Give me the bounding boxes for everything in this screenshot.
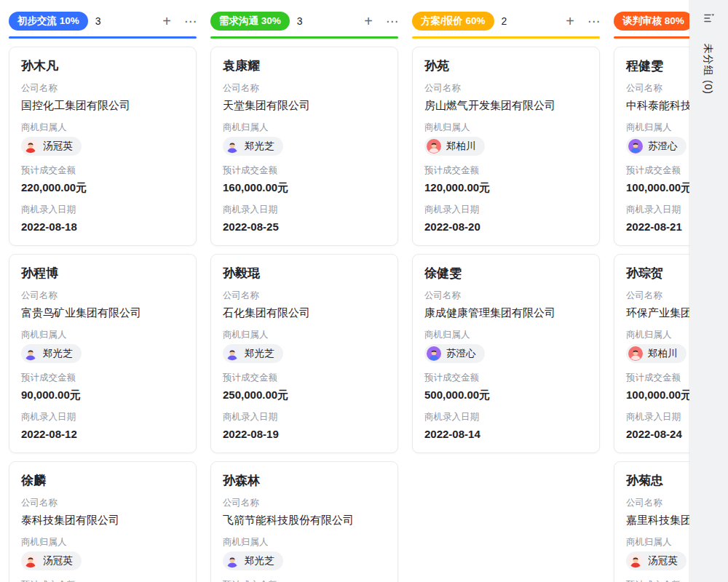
owner-pill[interactable]: 汤冠英 bbox=[626, 551, 687, 570]
owner-pill[interactable]: 郑光芝 bbox=[223, 551, 283, 570]
owner-pill[interactable]: 郑光芝 bbox=[21, 344, 82, 363]
kanban-column: 方案/报价 60% 2 + ⋯ 孙苑 公司名称 房山燃气开发集团有限公司 商机归… bbox=[412, 0, 600, 582]
date-field: 商机录入日期 2022-08-25 bbox=[223, 204, 386, 234]
amount-value: 120,000.00元 bbox=[424, 180, 587, 195]
date-field: 商机录入日期 2022-08-18 bbox=[21, 204, 184, 234]
column-count: 3 bbox=[297, 15, 303, 27]
avatar bbox=[427, 346, 441, 361]
column-more-button[interactable]: ⋯ bbox=[184, 15, 197, 28]
company-field-label: 公司名称 bbox=[21, 82, 184, 95]
owner-field-label: 商机归属人 bbox=[223, 329, 386, 341]
company-field: 公司名称 泰科技集团有限公司 bbox=[21, 497, 184, 527]
avatar bbox=[23, 139, 38, 154]
opportunity-card[interactable]: 孙木凡 公司名称 国控化工集团有限公司 商机归属人 汤冠英 预计成交金额 220… bbox=[9, 47, 197, 246]
add-card-button[interactable]: + bbox=[162, 14, 171, 28]
company-name: 飞箭节能科技股份有限公司 bbox=[223, 512, 386, 527]
owner-field: 商机归属人 郑光芝 bbox=[21, 329, 184, 372]
opportunity-card[interactable]: 徐健雯 公司名称 康成健康管理集团有限公司 商机归属人 苏澄心 预计成交金额 5… bbox=[412, 254, 600, 453]
company-name: 天堂集团有限公司 bbox=[223, 97, 386, 113]
owner-pill[interactable]: 汤冠英 bbox=[21, 551, 82, 570]
amount-field: 预计成交金额 500,000.00元 bbox=[424, 372, 587, 402]
opportunity-card[interactable]: 袁康耀 公司名称 天堂集团有限公司 商机归属人 郑光芝 预计成交金额 160,0… bbox=[210, 47, 398, 246]
amount-value: 220,000.00元 bbox=[21, 180, 184, 195]
owner-name: 汤冠英 bbox=[43, 140, 73, 153]
company-field-label: 公司名称 bbox=[21, 290, 184, 302]
stage-pill[interactable]: 谈判审核 80% bbox=[614, 12, 693, 31]
opportunity-card[interactable]: 孙程博 公司名称 富贵鸟矿业集团有限公司 商机归属人 郑光芝 预计成交金额 90… bbox=[9, 254, 197, 453]
owner-pill[interactable]: 郑光芝 bbox=[223, 137, 283, 156]
amount-field: 预计成交金额 160,000.00元 bbox=[223, 164, 386, 195]
stage-pill[interactable]: 需求沟通 30% bbox=[210, 12, 290, 31]
column-count: 2 bbox=[502, 15, 507, 27]
company-field-label: 公司名称 bbox=[21, 497, 184, 509]
date-field: 商机录入日期 2022-08-20 bbox=[424, 204, 587, 234]
date-field-label: 商机录入日期 bbox=[223, 204, 386, 216]
owner-name: 郑光芝 bbox=[245, 140, 274, 153]
card-title: 孙森林 bbox=[223, 472, 386, 490]
card-title: 徐麟 bbox=[21, 472, 184, 490]
kanban-columns: 初步交流 10% 3 + ⋯ 孙木凡 公司名称 国控化工集团有限公司 商机归属人… bbox=[0, 0, 728, 582]
amount-field: 预计成交金额 90,000.00元 bbox=[21, 372, 184, 402]
ungrouped-panel[interactable]: 未分组 (0) bbox=[689, 0, 728, 582]
owner-field: 商机归属人 苏澄心 bbox=[424, 329, 587, 372]
date-field: 商机录入日期 2022-08-14 bbox=[424, 411, 587, 442]
stage-pill[interactable]: 方案/报价 60% bbox=[412, 12, 494, 31]
kanban-board: 初步交流 10% 3 + ⋯ 孙木凡 公司名称 国控化工集团有限公司 商机归属人… bbox=[0, 0, 728, 582]
column-cards: 孙木凡 公司名称 国控化工集团有限公司 商机归属人 汤冠英 预计成交金额 220… bbox=[9, 47, 197, 582]
owner-pill[interactable]: 汤冠英 bbox=[21, 137, 82, 156]
company-name: 房山燃气开发集团有限公司 bbox=[424, 97, 587, 113]
column-underline bbox=[210, 36, 398, 39]
column-cards: 袁康耀 公司名称 天堂集团有限公司 商机归属人 郑光芝 预计成交金额 160,0… bbox=[210, 47, 398, 582]
opportunity-card[interactable]: 徐麟 公司名称 泰科技集团有限公司 商机归属人 汤冠英 预计成交金额 商机录入日… bbox=[9, 461, 197, 582]
add-card-button[interactable]: + bbox=[364, 14, 373, 28]
column-cards: 孙苑 公司名称 房山燃气开发集团有限公司 商机归属人 郑柏川 预计成交金额 12… bbox=[412, 47, 600, 453]
owner-field-label: 商机归属人 bbox=[223, 536, 386, 549]
owner-field: 商机归属人 汤冠英 bbox=[21, 121, 184, 164]
opportunity-card[interactable]: 孙毅琨 公司名称 石化集团有限公司 商机归属人 郑光芝 预计成交金额 250,0… bbox=[210, 254, 398, 453]
column-more-button[interactable]: ⋯ bbox=[587, 15, 600, 28]
owner-pill[interactable]: 苏澄心 bbox=[424, 344, 485, 363]
stage-pill[interactable]: 初步交流 10% bbox=[9, 12, 88, 31]
date-field-label: 商机录入日期 bbox=[223, 411, 386, 423]
company-field: 公司名称 石化集团有限公司 bbox=[223, 290, 386, 320]
card-title: 徐健雯 bbox=[424, 265, 587, 282]
hidden-groups-icon[interactable] bbox=[703, 12, 716, 25]
owner-pill[interactable]: 苏澄心 bbox=[626, 137, 687, 156]
avatar bbox=[225, 554, 240, 568]
avatar bbox=[628, 346, 643, 361]
amount-field-label: 预计成交金额 bbox=[223, 579, 386, 582]
owner-name: 汤冠英 bbox=[43, 554, 73, 567]
card-title: 孙木凡 bbox=[21, 57, 184, 75]
company-name: 富贵鸟矿业集团有限公司 bbox=[21, 305, 184, 320]
avatar bbox=[427, 139, 441, 154]
column-more-button[interactable]: ⋯ bbox=[386, 15, 398, 28]
date-value: 2022-08-14 bbox=[424, 426, 587, 442]
kanban-column: 初步交流 10% 3 + ⋯ 孙木凡 公司名称 国控化工集团有限公司 商机归属人… bbox=[9, 0, 197, 582]
owner-field-label: 商机归属人 bbox=[21, 121, 184, 134]
owner-field: 商机归属人 郑光芝 bbox=[223, 329, 386, 372]
company-field: 公司名称 国控化工集团有限公司 bbox=[21, 82, 184, 113]
amount-field-label: 预计成交金额 bbox=[21, 372, 184, 384]
owner-name: 汤冠英 bbox=[648, 554, 678, 567]
owner-name: 郑光芝 bbox=[43, 347, 73, 360]
opportunity-card[interactable]: 孙森林 公司名称 飞箭节能科技股份有限公司 商机归属人 郑光芝 预计成交金额 商… bbox=[210, 461, 398, 582]
amount-field-label: 预计成交金额 bbox=[223, 164, 386, 177]
company-name: 石化集团有限公司 bbox=[223, 305, 386, 320]
opportunity-card[interactable]: 孙苑 公司名称 房山燃气开发集团有限公司 商机归属人 郑柏川 预计成交金额 12… bbox=[412, 47, 600, 246]
date-value: 2022-08-19 bbox=[223, 426, 386, 442]
company-field-label: 公司名称 bbox=[223, 82, 386, 95]
amount-field: 预计成交金额 120,000.00元 bbox=[424, 164, 587, 195]
add-card-button[interactable]: + bbox=[566, 14, 574, 28]
avatar bbox=[628, 554, 643, 568]
avatar bbox=[23, 346, 38, 361]
card-title: 孙毅琨 bbox=[223, 265, 386, 282]
owner-pill[interactable]: 郑光芝 bbox=[223, 344, 283, 363]
owner-name: 郑柏川 bbox=[648, 347, 678, 360]
company-name: 泰科技集团有限公司 bbox=[21, 512, 184, 527]
date-field-label: 商机录入日期 bbox=[21, 204, 184, 216]
card-title: 孙程博 bbox=[21, 265, 184, 282]
owner-pill[interactable]: 郑柏川 bbox=[626, 344, 687, 363]
owner-field-label: 商机归属人 bbox=[21, 329, 184, 341]
avatar bbox=[628, 139, 643, 154]
owner-pill[interactable]: 郑柏川 bbox=[424, 137, 485, 156]
